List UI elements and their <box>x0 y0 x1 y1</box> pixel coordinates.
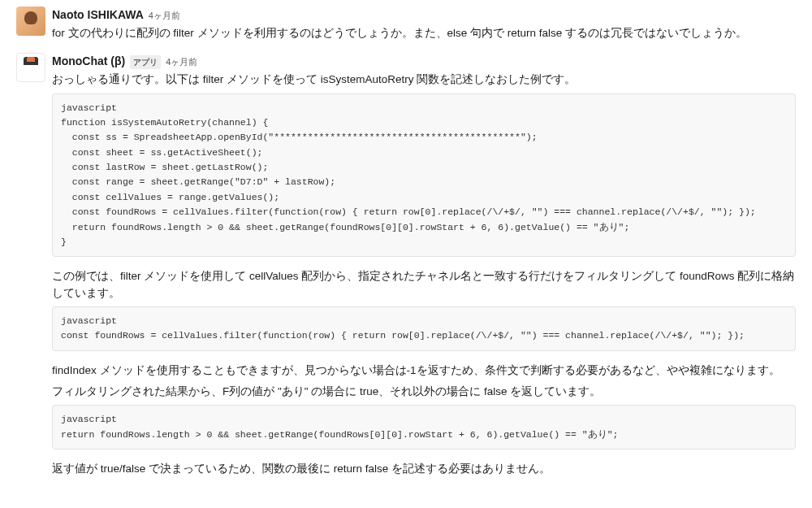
timestamp[interactable]: 4ヶ月前 <box>149 9 180 23</box>
message-para2: findIndex メソッドを使用することもできますが、見つからない場合は-1を… <box>52 363 796 379</box>
message-intro: おっしゃる通りです。以下は filter メソッドを使って isSystemAu… <box>52 72 796 88</box>
message-user: Naoto ISHIKAWA 4ヶ月前 for 文の代わりに配列の filter… <box>16 7 796 46</box>
avatar[interactable] <box>16 53 45 82</box>
message-body: Naoto ISHIKAWA 4ヶ月前 for 文の代わりに配列の filter… <box>52 7 796 46</box>
message-body: MonoChat (β) アプリ 4ヶ月前 おっしゃる通りです。以下は filt… <box>52 53 796 482</box>
avatar[interactable] <box>16 7 45 36</box>
message-para4: 返す値が true/false で決まっているため、関数の最後に return … <box>52 461 796 477</box>
message-bot: MonoChat (β) アプリ 4ヶ月前 おっしゃる通りです。以下は filt… <box>16 53 796 482</box>
message-text: for 文の代わりに配列の filter メソッドを利用するのはどうでしょうか。… <box>52 25 796 41</box>
app-badge: アプリ <box>130 55 161 69</box>
message-para3: フィルタリングされた結果から、F列の値が "あり" の場合に true、それ以外… <box>52 384 796 400</box>
timestamp[interactable]: 4ヶ月前 <box>166 55 197 69</box>
author-name[interactable]: Naoto ISHIKAWA <box>52 7 144 24</box>
message-para1: この例では、filter メソッドを使用して cellValues 配列から、指… <box>52 268 796 302</box>
message-header: Naoto ISHIKAWA 4ヶ月前 <box>52 7 796 24</box>
author-name[interactable]: MonoChat (β) <box>52 53 125 70</box>
code-block-1[interactable]: javascript function isSystemAutoRetry(ch… <box>52 93 796 258</box>
code-block-3[interactable]: javascript return foundRows.length > 0 &… <box>52 405 796 449</box>
message-header: MonoChat (β) アプリ 4ヶ月前 <box>52 53 796 70</box>
code-block-2[interactable]: javascript const foundRows = cellValues.… <box>52 306 796 351</box>
